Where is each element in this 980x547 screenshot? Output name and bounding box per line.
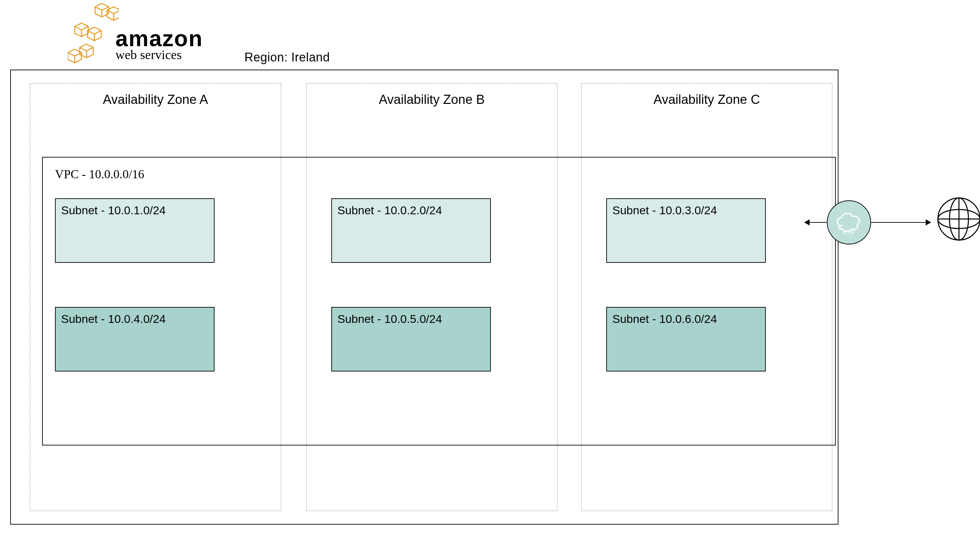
region-container: Availability Zone A Availability Zone B … [10, 70, 838, 525]
az-a-label: Availability Zone A [30, 92, 281, 107]
subnet-10-0-4-0: Subnet - 10.0.4.0/24 [55, 307, 215, 372]
az-b-label: Availability Zone B [307, 92, 557, 107]
subnet-label: Subnet - 10.0.6.0/24 [612, 313, 717, 325]
vpc-label: VPC - 10.0.0.0/16 [55, 167, 144, 181]
aws-wordmark: amazon web services [115, 27, 203, 61]
subnet-label: Subnet - 10.0.4.0/24 [61, 313, 165, 325]
subnet-10-0-5-0: Subnet - 10.0.5.0/24 [331, 307, 491, 372]
internet-gateway: IGW [827, 200, 871, 244]
igw-text: IGW [843, 229, 855, 236]
subnet-label: Subnet - 10.0.3.0/24 [612, 204, 717, 217]
subnet-10-0-6-0: Subnet - 10.0.6.0/24 [606, 307, 766, 372]
subnet-10-0-2-0: Subnet - 10.0.2.0/24 [331, 198, 491, 263]
subnet-10-0-3-0: Subnet - 10.0.3.0/24 [606, 198, 766, 263]
globe-icon [934, 193, 980, 244]
subnet-label: Subnet - 10.0.5.0/24 [337, 313, 442, 325]
subnet-10-0-1-0: Subnet - 10.0.1.0/24 [55, 198, 215, 263]
cloud-icon: IGW [832, 207, 866, 238]
subnet-label: Subnet - 10.0.2.0/24 [337, 204, 442, 217]
brand-line1: amazon [115, 27, 203, 49]
subnet-label: Subnet - 10.0.1.0/24 [61, 204, 165, 217]
az-c-label: Availability Zone C [581, 92, 832, 107]
arrow-vpc-to-igw [805, 222, 827, 223]
vpc-container: VPC - 10.0.0.0/16 Subnet - 10.0.1.0/24 S… [42, 157, 836, 445]
aws-logo: amazon web services [68, 0, 244, 71]
region-label: Region: Ireland [244, 50, 330, 64]
arrow-igw-to-globe [871, 222, 931, 223]
